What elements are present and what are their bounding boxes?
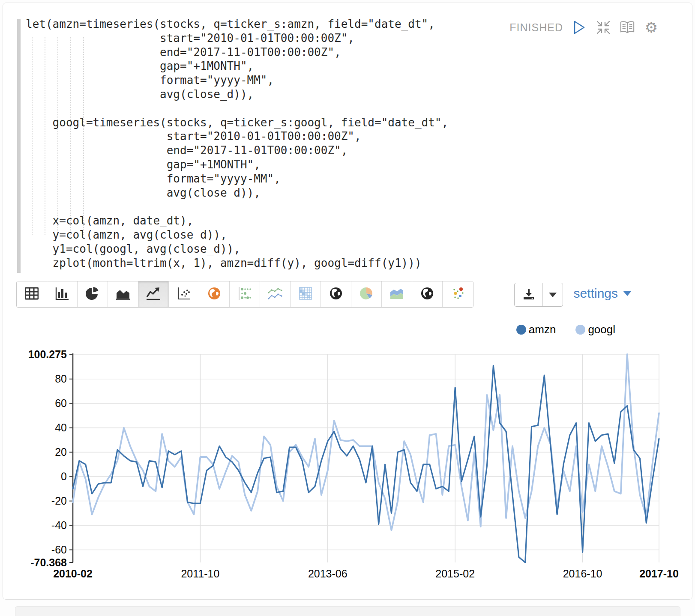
chart-type-toolbar: [16, 281, 473, 308]
book-icon[interactable]: [620, 20, 635, 35]
editor-gutter: [17, 19, 21, 273]
bubble-scatter-button[interactable]: [443, 281, 473, 307]
bar-chart-icon: [55, 287, 69, 302]
stacked-area-button[interactable]: [382, 281, 412, 307]
globe-dark-icon: [329, 287, 343, 302]
series-googl[interactable]: [73, 354, 659, 530]
pie-chart-icon: [86, 287, 99, 302]
line-chart-icon: [146, 287, 161, 302]
status-badge: FINISHED: [509, 21, 563, 34]
bubble-scatter-icon: [451, 286, 465, 302]
globe-dark-icon: [420, 287, 434, 302]
gear-icon[interactable]: ⚙: [644, 20, 659, 35]
code-line: format="yyyy-MM",: [26, 172, 448, 186]
code-line: let(amzn=timeseries(stocks, q=ticker_s:a…: [26, 17, 448, 31]
code-line: gap="+1MONTH",: [26, 158, 448, 172]
code-line: gap="+1MONTH",: [26, 59, 448, 73]
y-tick-label: 20: [55, 446, 67, 458]
line-chart-button[interactable]: [138, 281, 169, 307]
download-button[interactable]: [515, 283, 543, 306]
heatmap-button[interactable]: [291, 281, 321, 307]
y-tick-label: -40: [51, 519, 67, 531]
code-editor[interactable]: let(amzn=timeseries(stocks, q=ticker_s:a…: [26, 17, 448, 270]
code-line: zplot(month=ltrim(x, 1), amzn=diff(y), g…: [26, 256, 448, 270]
multi-line-icon: [267, 287, 283, 302]
pie-chart-button[interactable]: [78, 281, 108, 307]
y-tick-label: -70.368: [30, 556, 67, 568]
settings-button[interactable]: settings: [574, 286, 632, 301]
chart-legend: amzngoogl: [516, 323, 615, 336]
download-caret-button[interactable]: [543, 283, 563, 306]
dot-matrix-button[interactable]: [230, 281, 260, 307]
line-chart: 100.275806040200-20-40-60-70.3682010-022…: [0, 315, 695, 585]
y-tick-label: 40: [55, 422, 67, 434]
globe-orange-button[interactable]: [199, 281, 230, 307]
y-tick-label: -60: [51, 544, 67, 556]
y-tick-label: 0: [61, 470, 67, 482]
pie-color-icon: [359, 286, 374, 302]
chevron-down-icon: [623, 291, 632, 296]
code-line: end="2017-11-01T00:00:00Z",: [26, 45, 448, 60]
chevron-down-icon: [549, 293, 557, 297]
area-chart-icon: [116, 287, 130, 302]
x-tick-label: 2010-02: [53, 568, 93, 580]
scatter-chart-icon: [177, 287, 191, 302]
bar-chart-button[interactable]: [47, 281, 78, 307]
code-line: start="2010-01-01T00:00:00Z",: [26, 31, 448, 45]
y-tick-label: -20: [51, 495, 67, 507]
next-paragraph-edge[interactable]: [15, 606, 680, 616]
code-line: start="2010-01-01T00:00:00Z",: [26, 129, 448, 144]
code-line: end="2017-11-01T00:00:00Z",: [26, 144, 448, 158]
x-tick-label: 2015-02: [435, 568, 475, 580]
multi-line-button[interactable]: [260, 281, 291, 307]
legend-item-googl[interactable]: googl: [575, 323, 615, 336]
table-button[interactable]: [17, 281, 47, 307]
code-line: avg(close_d)),: [26, 186, 448, 200]
code-line: x=col(amzn, date_dt),: [26, 214, 448, 228]
code-line: y1=col(googl, avg(close_d)),: [26, 242, 448, 256]
download-icon: [522, 287, 535, 302]
run-button[interactable]: [572, 20, 587, 35]
pie-color-button[interactable]: [351, 281, 382, 307]
table-icon: [25, 287, 39, 302]
heatmap-icon: [299, 287, 312, 302]
y-tick-label: 80: [55, 373, 67, 385]
stacked-area-icon: [389, 287, 404, 302]
legend-label: googl: [588, 323, 615, 336]
globe-dark-2-button[interactable]: [412, 281, 443, 307]
shrink-icon[interactable]: [596, 20, 611, 35]
series-amzn[interactable]: [73, 365, 659, 562]
x-tick-label: 2011-10: [181, 568, 219, 580]
paragraph-controls: FINISHED ⚙: [509, 20, 659, 35]
x-tick-label: 2016-10: [563, 568, 602, 580]
area-chart-button[interactable]: [108, 281, 138, 307]
scatter-chart-button[interactable]: [169, 281, 199, 307]
code-line: [26, 200, 448, 214]
legend-label: amzn: [529, 323, 556, 336]
globe-dark-1-button[interactable]: [321, 281, 351, 307]
code-line: avg(close_d)),: [26, 87, 448, 102]
legend-dot: [516, 325, 526, 335]
code-line: [26, 102, 448, 116]
y-tick-label: 100.275: [28, 348, 67, 360]
x-tick-label: 2013-06: [308, 568, 348, 580]
code-line: format="yyyy-MM",: [26, 73, 448, 87]
download-group: [514, 283, 563, 307]
globe-orange-icon: [207, 287, 221, 302]
legend-dot: [575, 325, 585, 335]
dot-matrix-icon: [237, 287, 252, 302]
x-tick-label: 2017-10: [639, 568, 679, 580]
y-tick-label: 60: [55, 397, 67, 409]
code-line: y=col(amzn, avg(close_d)),: [26, 228, 448, 242]
legend-item-amzn[interactable]: amzn: [516, 323, 556, 336]
code-line: googl=timeseries(stocks, q=ticker_s:goog…: [26, 116, 448, 130]
